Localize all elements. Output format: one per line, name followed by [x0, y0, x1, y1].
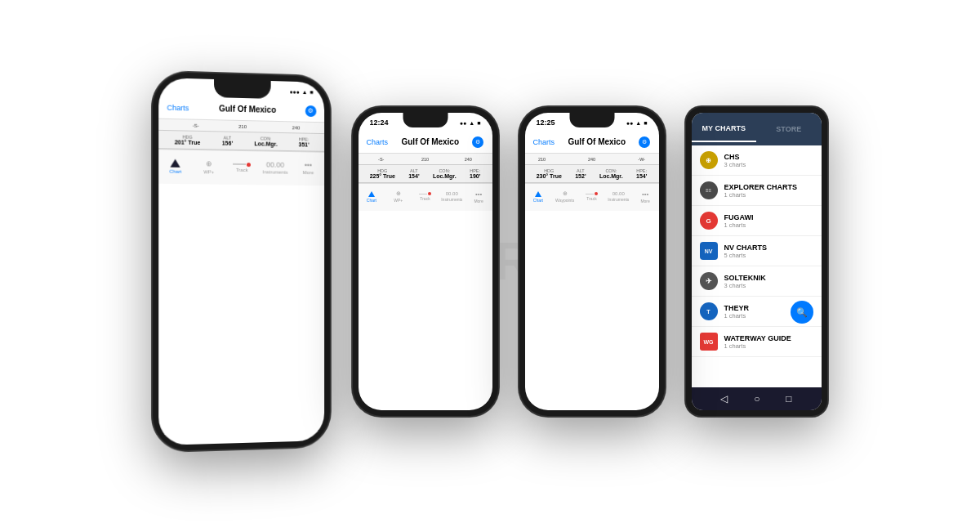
alt-instrument: ALT 156' [221, 135, 232, 145]
instruments-icon-mid2: 00.00 [612, 191, 625, 196]
phone-large-screen: ●●● ▲ ■ Charts Gulf Of Mexico ⚙ -S- 210 … [158, 78, 324, 445]
recent-btn[interactable]: □ [786, 393, 791, 405]
tab-more-mid1[interactable]: ••• More [466, 190, 491, 203]
instrument-bar-mid1: HDG 225° True ALT 154' CON: Loc.Mgr. HPE… [359, 165, 492, 183]
instruments-label-mid1: Instruments [441, 197, 462, 202]
signal-icon: ●●● [289, 88, 299, 94]
list-item-chs[interactable]: ⊕ CHS 3 charts [692, 145, 822, 176]
solteknik-icon: ✈ [700, 272, 718, 290]
tab-chart-large[interactable]: Chart [163, 158, 187, 174]
more-tab-label: More [302, 170, 313, 175]
theyr-icon: T [700, 302, 718, 320]
tab-wp-large[interactable]: ⊕ WP+ [196, 159, 220, 175]
hdg-mid1: HDG 225° True [370, 168, 395, 179]
gear-icon-large[interactable]: ⚙ [305, 105, 316, 116]
fugawi-text: FUGAWI 1 charts [724, 213, 754, 229]
search-fab-icon: 🔍 [796, 307, 808, 318]
chart-tab-label: Chart [169, 169, 181, 174]
chart-header-mid1: Charts Gulf Of Mexico ⚙ [359, 131, 492, 154]
charts-link-mid1[interactable]: Charts [367, 138, 389, 146]
phone-mid1: 12:24 ●● ▲ ■ Charts Gulf Of Mexico ⚙ -S-… [352, 106, 499, 417]
hpe-mid1: HPE: 190' [470, 168, 480, 179]
hpe-mid2: HPE: 154' [636, 168, 647, 179]
nv-text: NV CHARTS 5 charts [724, 244, 768, 259]
phone-mid2: 12:25 ●● ▲ ■ Charts Gulf Of Mexico ⚙ 210… [519, 106, 666, 417]
android-header: MY CHARTS STORE [692, 113, 822, 145]
tab-wp-mid2[interactable]: ⊕ Waypoints [553, 190, 577, 203]
wifi-mid2: ▲ [635, 120, 641, 126]
tab-track-mid2[interactable]: Track [579, 192, 604, 201]
list-item-nv[interactable]: NV NV CHARTS 5 charts [692, 236, 822, 266]
nv-count: 5 charts [724, 252, 768, 259]
tab-instruments-mid1[interactable]: 00.00 Instruments [439, 191, 464, 202]
wp-icon-mid2: ⊕ [563, 190, 568, 197]
tab-bar-mid2: Chart ⊕ Waypoints Track 00.00 Instrument… [525, 183, 659, 211]
notch-large [214, 79, 271, 99]
phone-android: MY CHARTS STORE ⊕ CHS 3 charts ≡≡ [685, 106, 828, 417]
tab-instruments-large[interactable]: 00.00 Instruments [262, 160, 287, 174]
tab-instruments-mid2[interactable]: 00.00 Instruments [606, 191, 630, 202]
icons-mid2: ●● ▲ ■ [626, 120, 648, 126]
list-item-solteknik[interactable]: ✈ SOLTEKNIK 3 charts [692, 266, 822, 297]
chs-name: CHS [724, 153, 746, 161]
track-label-mid1: Track [420, 196, 430, 201]
chart-tab-icon [168, 159, 181, 168]
chs-text: CHS 3 charts [724, 153, 746, 168]
phone-android-screen: MY CHARTS STORE ⊕ CHS 3 charts ≡≡ [692, 113, 822, 410]
phone-mid1-screen: 12:24 ●● ▲ ■ Charts Gulf Of Mexico ⚙ -S-… [359, 113, 492, 410]
tab-bar-mid1: Chart ⊕ WP+ Track 00.00 Instruments [359, 183, 492, 211]
instruments-icon-mid1: 00.00 [446, 191, 458, 196]
tab-bar-large: Chart ⊕ WP+ Track 00.00 Instruments [158, 149, 324, 186]
instruments-tab-label: Instruments [262, 169, 287, 174]
waterway-count: 1 charts [724, 342, 791, 350]
wp-tab-icon: ⊕ [202, 159, 215, 168]
theyr-name: THEYR [724, 304, 750, 312]
back-btn[interactable]: ◁ [720, 393, 728, 405]
track-tab-label: Track [235, 167, 247, 172]
track-icon-mid1 [419, 192, 431, 195]
solteknik-text: SOLTEKNIK 3 charts [724, 274, 766, 289]
theyr-count: 1 charts [724, 312, 750, 320]
chart-icon-mid1 [368, 191, 375, 197]
charts-link-large[interactable]: Charts [167, 103, 189, 112]
store-tab[interactable]: STORE [756, 117, 822, 141]
tab-chart-mid1[interactable]: Chart [359, 191, 384, 203]
signal-mid2: ●● [626, 120, 633, 126]
my-charts-tab[interactable]: MY CHARTS [692, 116, 757, 142]
track-label-mid2: Track [586, 196, 596, 201]
gear-icon-mid1[interactable]: ⚙ [472, 136, 483, 148]
list-item-fugawi[interactable]: G FUGAWI 1 charts [692, 206, 822, 236]
theyr-text: THEYR 1 charts [724, 304, 750, 320]
tab-track-large[interactable]: Track [229, 162, 254, 172]
home-btn[interactable]: ○ [754, 393, 760, 405]
waterway-name: WATERWAY GUIDE [724, 334, 791, 342]
time-mid2: 12:25 [537, 118, 555, 127]
charts-link-mid2[interactable]: Charts [533, 138, 555, 146]
search-fab[interactable]: 🔍 [791, 301, 813, 324]
tab-track-mid1[interactable]: Track [412, 192, 437, 201]
alt-mid2: ALT 152' [575, 168, 586, 179]
list-item-waterway[interactable]: WG WATERWAY GUIDE 1 charts 🔍 [692, 327, 822, 357]
tab-more-large[interactable]: ••• More [296, 161, 319, 175]
tab-chart-mid2[interactable]: Chart [526, 191, 550, 203]
con-instrument: CON: Loc.Mgr. [254, 136, 277, 147]
gear-icon-mid2[interactable]: ⚙ [639, 136, 650, 148]
chart-label-mid2: Chart [533, 198, 543, 203]
fugawi-name: FUGAWI [724, 213, 754, 221]
chart-list: ⊕ CHS 3 charts ≡≡ EXPLORER CHARTS 1 char… [692, 145, 822, 387]
hdg-instrument: HDG 201° True [174, 134, 200, 145]
list-item-explorer[interactable]: ≡≡ EXPLORER CHARTS 1 charts [692, 176, 822, 206]
notch-mid2 [569, 113, 614, 127]
tab-more-mid2[interactable]: ••• More [633, 190, 657, 203]
time-mid1: 12:24 [370, 118, 389, 127]
chs-icon: ⊕ [700, 151, 718, 169]
tab-wp-mid1[interactable]: ⊕ WP+ [386, 190, 411, 203]
wp-icon-mid1: ⊕ [396, 190, 401, 197]
android-nav-bar: ◁ ○ □ [692, 387, 822, 410]
more-icon-mid2: ••• [642, 190, 648, 198]
fugawi-icon: G [700, 212, 718, 230]
more-tab-icon: ••• [304, 161, 311, 169]
instrument-bar-mid2: HDG 230° True ALT 152' CON: Loc.Mgr. HPE… [525, 165, 659, 183]
chart-title-mid2: Gulf Of Mexico [568, 137, 626, 146]
chart-header-large: Charts Gulf Of Mexico ⚙ [158, 96, 324, 123]
